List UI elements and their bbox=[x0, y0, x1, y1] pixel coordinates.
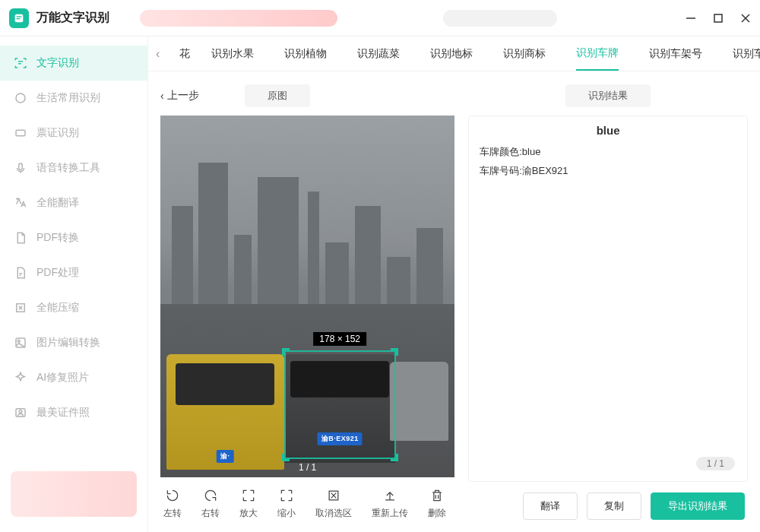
id-photo-icon bbox=[14, 406, 27, 420]
tool-label: 删除 bbox=[428, 507, 446, 520]
sidebar-item-label: 文字识别 bbox=[36, 56, 79, 70]
header-promo-1 bbox=[140, 10, 337, 27]
sidebar-item-ticket[interactable]: 票证识别 bbox=[0, 116, 147, 150]
result-counter: 1 / 1 bbox=[696, 457, 735, 470]
tool-label: 重新上传 bbox=[372, 507, 408, 520]
sidebar-item-label: 图片编辑转换 bbox=[36, 336, 100, 350]
window-close-button[interactable] bbox=[740, 13, 751, 24]
sidebar-item-audio[interactable]: 语音转换工具 bbox=[0, 150, 147, 185]
sidebar-item-ai-restore[interactable]: AI修复照片 bbox=[0, 360, 147, 395]
daily-icon bbox=[14, 91, 27, 105]
translate-button[interactable]: 翻译 bbox=[523, 492, 578, 520]
sidebar-item-compress[interactable]: 全能压缩 bbox=[0, 290, 147, 325]
tab-plant[interactable]: 识别植物 bbox=[284, 38, 327, 70]
tool-label: 右转 bbox=[201, 507, 220, 520]
sidebar-item-id-photo[interactable]: 最美证件照 bbox=[0, 395, 147, 430]
tab-car-model[interactable]: 识别车型 bbox=[733, 38, 760, 70]
tool-zoom-out[interactable]: 缩小 bbox=[277, 488, 296, 520]
svg-rect-1 bbox=[17, 16, 22, 17]
image-edit-icon bbox=[14, 336, 27, 350]
tool-label: 取消选区 bbox=[315, 507, 352, 520]
copy-button[interactable]: 复制 bbox=[587, 492, 641, 520]
tool-label: 缩小 bbox=[277, 507, 296, 520]
svg-point-14 bbox=[19, 410, 22, 413]
svg-point-7 bbox=[16, 93, 25, 103]
selection-size-label: 178 × 152 bbox=[313, 332, 366, 346]
tool-zoom-in[interactable]: 放大 bbox=[239, 488, 258, 520]
sidebar-item-translate[interactable]: 全能翻译 bbox=[0, 185, 147, 220]
ai-restore-icon bbox=[14, 371, 27, 385]
back-button[interactable]: ‹ 上一步 bbox=[160, 89, 199, 103]
audio-icon bbox=[14, 161, 27, 175]
header-promo-2 bbox=[443, 10, 557, 27]
sidebar: 文字识别 生活常用识别 票证识别 语音转换工具 全能翻译 PDF转换 PDF处理… bbox=[0, 36, 148, 532]
sidebar-item-label: 全能压缩 bbox=[36, 301, 79, 315]
result-line-number: 车牌号码:渝BEX921 bbox=[480, 162, 736, 181]
titlebar: 万能文字识别 bbox=[0, 0, 760, 36]
tab-trademark[interactable]: 识别商标 bbox=[503, 38, 546, 70]
sidebar-item-label: 生活常用识别 bbox=[36, 91, 100, 105]
tool-rotate-right[interactable]: 右转 bbox=[201, 488, 220, 520]
sidebar-item-text-ocr[interactable]: 文字识别 bbox=[0, 46, 147, 81]
svg-rect-9 bbox=[19, 163, 23, 169]
app-logo bbox=[9, 8, 29, 28]
source-image-canvas[interactable]: 渝· 渝B·EX921 178 × 152 1 / 1 bbox=[160, 116, 454, 477]
result-title: blue bbox=[480, 124, 736, 137]
sidebar-item-label: PDF转换 bbox=[36, 231, 79, 245]
app-title: 万能文字识别 bbox=[36, 10, 109, 26]
export-result-button[interactable]: 导出识别结果 bbox=[651, 492, 745, 520]
tab-license-plate[interactable]: 识别车牌 bbox=[576, 37, 619, 71]
compress-icon bbox=[14, 301, 27, 315]
pdf-process-icon bbox=[14, 266, 27, 280]
window-minimize-button[interactable] bbox=[686, 13, 696, 24]
back-label: 上一步 bbox=[167, 89, 199, 103]
action-row: 翻译 复制 导出识别结果 bbox=[468, 482, 748, 523]
tabs-scroll-left-button[interactable]: ‹ bbox=[156, 47, 160, 61]
tab-partial[interactable]: 花 bbox=[179, 38, 190, 70]
sidebar-item-label: 最美证件照 bbox=[36, 406, 90, 420]
result-pill: 识别结果 bbox=[565, 84, 651, 107]
sidebar-item-pdf-process[interactable]: PDF处理 bbox=[0, 255, 147, 290]
sidebar-item-label: AI修复照片 bbox=[36, 371, 89, 385]
tool-rotate-left[interactable]: 左转 bbox=[163, 488, 182, 520]
category-tabs: ‹ 花 识别水果 识别植物 识别蔬菜 识别地标 识别商标 识别车牌 识别车架号 … bbox=[148, 36, 760, 71]
sidebar-item-label: 全能翻译 bbox=[36, 196, 79, 210]
plate-taxi: 渝· bbox=[217, 450, 234, 463]
sidebar-item-pdf-convert[interactable]: PDF转换 bbox=[0, 220, 147, 255]
window-maximize-button[interactable] bbox=[713, 13, 724, 24]
result-panel: blue 车牌颜色:blue 车牌号码:渝BEX921 1 / 1 bbox=[468, 116, 748, 482]
text-scan-icon bbox=[14, 56, 27, 70]
tool-label: 放大 bbox=[239, 507, 258, 520]
tool-delete[interactable]: 删除 bbox=[428, 488, 446, 520]
car-taxi: 渝· bbox=[166, 354, 284, 470]
tab-landmark[interactable]: 识别地标 bbox=[430, 38, 473, 70]
image-counter: 1 / 1 bbox=[299, 462, 316, 473]
sidebar-item-daily[interactable]: 生活常用识别 bbox=[0, 81, 147, 116]
ticket-icon bbox=[14, 126, 27, 140]
tool-reupload[interactable]: 重新上传 bbox=[372, 488, 408, 520]
tab-vegetable[interactable]: 识别蔬菜 bbox=[357, 38, 400, 70]
tool-label: 左转 bbox=[163, 507, 182, 520]
svg-rect-4 bbox=[714, 14, 722, 22]
selection-box[interactable]: 178 × 152 bbox=[284, 350, 396, 459]
tool-clear-selection[interactable]: 取消选区 bbox=[315, 488, 352, 520]
svg-point-12 bbox=[17, 340, 20, 342]
pdf-convert-icon bbox=[14, 231, 27, 245]
svg-rect-8 bbox=[16, 130, 25, 136]
image-toolbar: 左转 右转 放大 缩小 取消选区 重新上传 删除 bbox=[160, 477, 454, 523]
svg-rect-2 bbox=[17, 18, 21, 19]
tab-vin[interactable]: 识别车架号 bbox=[649, 38, 702, 70]
sidebar-item-label: 语音转换工具 bbox=[36, 161, 100, 175]
sidebar-item-image-edit[interactable]: 图片编辑转换 bbox=[0, 325, 147, 360]
sidebar-promo[interactable] bbox=[11, 471, 137, 517]
translate-icon bbox=[14, 196, 27, 210]
tab-fruit[interactable]: 识别水果 bbox=[211, 38, 254, 70]
car-silver bbox=[390, 362, 448, 442]
sidebar-item-label: 票证识别 bbox=[36, 126, 79, 140]
result-line-color: 车牌颜色:blue bbox=[480, 143, 736, 162]
sidebar-item-label: PDF处理 bbox=[36, 266, 79, 280]
original-image-pill: 原图 bbox=[245, 84, 310, 107]
